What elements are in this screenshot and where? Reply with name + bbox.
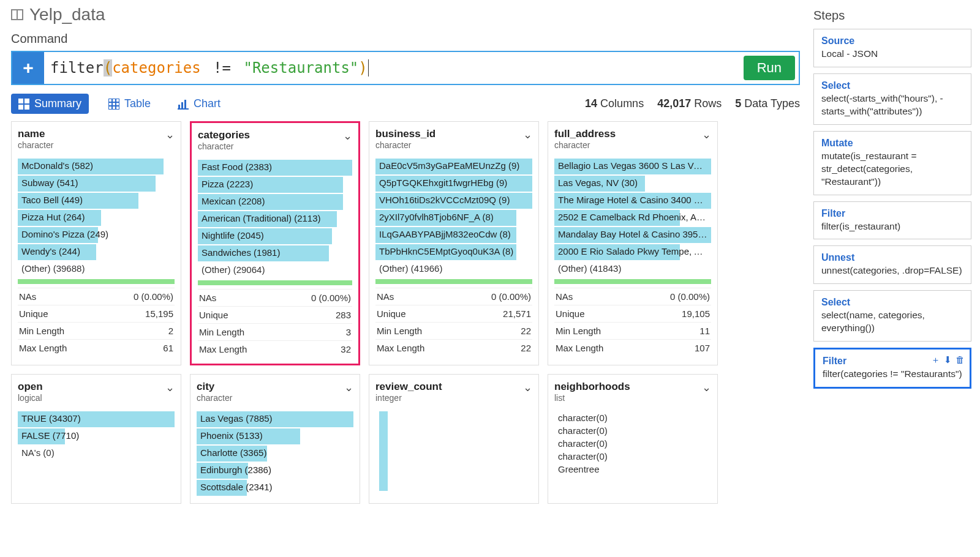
value-bar[interactable]: Edinburgh (2386) [197, 463, 353, 479]
table-icon [108, 99, 119, 110]
svg-rect-4 [108, 99, 119, 110]
svg-rect-3 [24, 105, 29, 110]
step-title: Filter [821, 208, 963, 219]
chevron-down-icon[interactable]: ⌄ [344, 381, 353, 394]
stat-row: Max Length22 [375, 339, 532, 356]
stat-row: NAs0 (0.00%) [554, 288, 711, 305]
value-bar[interactable]: Nightlife (2045) [198, 228, 352, 244]
column-type: character [554, 140, 702, 150]
chevron-down-icon[interactable]: ⌄ [702, 381, 711, 394]
value-bar[interactable]: Wendy's (244) [18, 244, 175, 260]
completeness-bar [198, 280, 352, 285]
run-button[interactable]: Run [744, 56, 795, 80]
step-title: Select [821, 80, 963, 91]
column-name: name [18, 128, 165, 140]
value-bar[interactable]: Mexican (2208) [198, 194, 352, 210]
value-bar[interactable]: Pizza Hut (264) [18, 210, 175, 226]
view-table[interactable]: Table [101, 94, 158, 114]
value-bar[interactable]: TRUE (34307) [18, 411, 175, 427]
value-bar[interactable]: Sandwiches (1981) [198, 245, 352, 261]
value-bar[interactable]: Charlotte (3365) [197, 446, 353, 462]
column-name: full_address [554, 128, 702, 140]
step-select-1[interactable]: Selectselect(-starts_with("hours"), -sta… [813, 73, 971, 125]
step-code: filter(categories != "Restaurants") [823, 368, 962, 381]
value-bar[interactable]: 2502 E Camelback Rd Phoenix, AZ 85… [554, 210, 711, 226]
view-chart-label: Chart [194, 97, 221, 110]
value-bar[interactable]: FALSE (7710) [18, 428, 175, 444]
chevron-down-icon[interactable]: ⌄ [523, 381, 532, 394]
step-select-5[interactable]: Selectselect(name, categories, everythin… [813, 290, 971, 342]
column-type: character [375, 140, 523, 150]
stat-row: Min Length11 [554, 322, 711, 339]
value-bar[interactable]: Q5pTGQKEhxgit1fwgrHEbg (9) [375, 176, 532, 192]
value-bar[interactable]: TbPbHknC5EMptGyoq0uK3A (8) [375, 244, 532, 260]
value-bar[interactable]: Las Vegas (7885) [197, 411, 353, 427]
stat-row: NAs0 (0.00%) [18, 288, 175, 305]
value-bar[interactable]: Las Vegas, NV (30) [554, 176, 711, 192]
step-filter-6[interactable]: Filterfilter(categories != "Restaurants"… [813, 348, 971, 389]
chevron-down-icon[interactable]: ⌄ [523, 128, 532, 141]
view-chart[interactable]: Chart [170, 94, 228, 114]
value-bar[interactable]: Mandalay Bay Hotel & Casino 3950 S L… [554, 227, 711, 243]
chevron-down-icon[interactable]: ⌄ [702, 128, 711, 141]
value-bar[interactable]: Taco Bell (449) [18, 193, 175, 209]
column-card-full_address: full_addresscharacter⌄Bellagio Las Vegas… [548, 121, 718, 365]
value-bar[interactable]: ILqGAABYPABjjM832eoCdw (8) [375, 227, 532, 243]
svg-rect-1 [24, 99, 29, 103]
chevron-down-icon[interactable]: ⌄ [165, 128, 175, 141]
add-step-button[interactable]: + [12, 52, 44, 84]
plus-icon[interactable]: ＋ [931, 354, 940, 366]
step-code: select(name, categories, everything()) [821, 309, 963, 335]
stat-row: Max Length107 [554, 339, 711, 356]
columns-icon [11, 9, 23, 20]
stat-row: Min Length2 [18, 322, 175, 339]
step-unnest-4[interactable]: Unnestunnest(categories, .drop=FALSE) [813, 245, 971, 284]
chevron-down-icon[interactable]: ⌄ [165, 381, 175, 394]
value-bar[interactable]: Pizza (2223) [198, 177, 352, 193]
value-bar[interactable]: American (Traditional) (2113) [198, 211, 352, 227]
other-count: (Other) (41966) [375, 261, 532, 275]
value-bar[interactable]: Subway (541) [18, 176, 175, 192]
value-bar[interactable]: Domino's Pizza (249) [18, 227, 175, 243]
stat-row: Max Length32 [198, 340, 352, 357]
trash-icon[interactable]: 🗑 [956, 354, 965, 366]
value-bar[interactable]: Scottsdale (2341) [197, 480, 353, 496]
steps-label: Steps [813, 9, 971, 23]
value-bar[interactable]: The Mirage Hotel & Casino 3400 Las V… [554, 193, 711, 209]
value-bar[interactable]: VHOh16tiDs2kVCCcMzt09Q (9) [375, 193, 532, 209]
value-bar[interactable]: DaE0cV5m3yGaPEaMEUnzZg (9) [375, 159, 532, 174]
value-bar[interactable]: McDonald's (582) [18, 159, 175, 174]
svg-rect-10 [181, 102, 183, 109]
value-bar[interactable]: Bellagio Las Vegas 3600 S Las Vegas … [554, 159, 711, 174]
stat-row: Max Length61 [18, 339, 175, 356]
list-value: character(0) [554, 411, 711, 424]
value-bar[interactable]: Fast Food (2383) [198, 160, 352, 176]
step-mutate-2[interactable]: Mutatemutate(is_restaurant = str_detect(… [813, 131, 971, 195]
column-name: open [18, 381, 165, 393]
column-card-business_id: business_idcharacter⌄DaE0cV5m3yGaPEaMEUn… [369, 121, 539, 365]
column-card-categories: categoriescharacter⌄Fast Food (2383)Pizz… [190, 121, 360, 365]
step-code: filter(is_restaurant) [821, 220, 963, 233]
column-card-open: openlogical⌄TRUE (34307)FALSE (7710)NA's… [11, 374, 181, 504]
command-input[interactable]: filter(categories != "Restaurants") [44, 52, 740, 84]
value-bar[interactable]: 2yXIl7y0fvlh8Tjob6NF_A (8) [375, 210, 532, 226]
step-title: Mutate [821, 138, 963, 149]
column-name: city [197, 381, 344, 393]
view-summary[interactable]: Summary [11, 94, 89, 114]
download-icon[interactable]: ⬇ [944, 354, 952, 366]
step-filter-3[interactable]: Filterfilter(is_restaurant) [813, 201, 971, 240]
other-count: NA's (0) [18, 446, 175, 460]
stats-bar: 14 Columns 42,017 Rows 5 Data Types [585, 97, 800, 110]
step-source-0[interactable]: SourceLocal - JSON [813, 29, 971, 67]
chevron-down-icon[interactable]: ⌄ [343, 129, 352, 143]
value-bar[interactable]: Phoenix (5133) [197, 428, 353, 444]
stat-row: Min Length22 [375, 322, 532, 339]
column-name: categories [198, 129, 343, 141]
column-card-review_count: review_countinteger⌄ [369, 374, 539, 504]
grid-icon [18, 99, 29, 110]
histogram-bar [379, 411, 388, 491]
value-bar[interactable]: 2000 E Rio Salado Pkwy Tempe, AZ 85… [554, 244, 711, 260]
column-card-city: citycharacter⌄Las Vegas (7885)Phoenix (5… [190, 374, 360, 504]
stat-row: Unique19,105 [554, 305, 711, 322]
other-count: (Other) (41843) [554, 261, 711, 275]
